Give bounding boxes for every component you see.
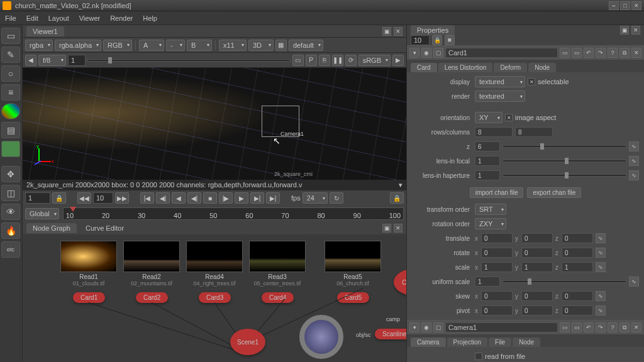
viewer-opt-icon[interactable]: ▦ [275,40,287,51]
anim-icon[interactable]: ∿ [629,277,639,287]
read-node[interactable]: Read3 05_center_trees.tif [249,241,306,287]
maximize-button[interactable]: □ [620,1,630,10]
selectable-checkbox[interactable]: ✕ [528,78,535,85]
lock-icon[interactable]: 🔒 [432,35,442,45]
input-a-dropdown[interactable]: A [139,40,164,51]
rz-input[interactable] [562,248,593,258]
transform-order-dropdown[interactable]: SRT [475,204,506,215]
card-node[interactable]: Card2 [136,292,168,303]
keyer-tool-icon[interactable] [1,141,20,157]
anim-icon[interactable]: ∿ [596,262,606,272]
menu-help[interactable]: Help [143,14,157,22]
timeline-mode-dropdown[interactable]: Global [25,208,59,219]
sy-input[interactable] [521,262,553,272]
float-icon[interactable]: ▢ [433,322,443,332]
export-chan-button[interactable]: export chan file [527,187,581,198]
curve-editor-tab[interactable]: Curve Editor [79,223,130,233]
menu-file[interactable]: File [5,14,16,22]
z-input[interactable] [475,141,500,151]
props-count-input[interactable] [411,35,430,45]
default-dropdown[interactable]: default [289,40,323,51]
menu-layout[interactable]: Layout [48,14,69,22]
display-dropdown[interactable]: textured [475,76,525,87]
undo-icon[interactable]: ↶ [584,322,594,332]
read-node[interactable]: Read5 06_church.tif [325,241,381,287]
card-node[interactable]: Card4 [262,292,294,303]
tab-deform[interactable]: Deform [494,63,527,72]
lenshap-input[interactable] [475,170,500,180]
frame-in-input[interactable] [25,192,50,204]
wipe-dropdown[interactable]: - [166,40,185,51]
card-node[interactable]: Card1 [73,292,105,303]
image-aspect-checkbox[interactable]: ✕ [505,114,513,121]
minimize-button[interactable]: ‒ [609,1,619,10]
stack-tool-icon[interactable]: ≡ [1,84,20,101]
input-b-dropdown[interactable]: B [187,40,212,51]
card-node[interactable]: Card3 [199,292,231,303]
px-input[interactable] [481,305,513,315]
menu-edit[interactable]: Edit [26,14,38,22]
skz-input[interactable] [562,291,593,301]
lensfocal-input[interactable] [475,156,500,166]
cube-tool-icon[interactable]: ◫ [1,185,20,201]
tab-node[interactable]: Node [513,337,540,347]
clip-icon[interactable]: ⎘ [319,55,330,66]
menu-render[interactable]: Render [110,14,133,22]
dup-icon[interactable]: ▭ [572,322,582,332]
flame-tool-icon[interactable]: 🔥 [1,222,20,239]
center-icon[interactable]: ◉ [421,48,431,58]
close-panel-icon[interactable]: ✕ [631,48,641,58]
skx-input[interactable] [481,291,513,301]
circle-tool-icon[interactable]: ○ [1,65,20,82]
rotation-order-dropdown[interactable]: ZXY [475,218,506,229]
node-graph[interactable]: Read1 01_clouds.tif Read2 02_mountains.t… [23,234,406,362]
anim-icon[interactable]: ∿ [596,305,606,315]
anim-icon[interactable]: ∿ [596,291,606,301]
anim-icon[interactable]: ∿ [629,156,639,166]
fstop-dropdown[interactable]: f/8 [38,55,66,66]
layer-dropdown[interactable]: rgba.alpha [55,40,101,51]
stop-icon[interactable]: ■ [203,192,217,204]
camera-node[interactable]: Camera [394,269,406,295]
help-icon[interactable]: ⧉ [619,48,630,58]
redo-icon[interactable]: ↷ [596,48,606,58]
nodegraph-tab[interactable]: Node Graph [26,223,77,233]
ng-close-icon[interactable]: ✕ [394,224,402,233]
prev-key-icon[interactable]: ◀| [156,192,170,204]
cols-input[interactable] [515,127,553,137]
lock-out-icon[interactable]: 🔒 [390,192,404,204]
py-input[interactable] [521,305,553,315]
frame-current-input[interactable] [93,192,113,204]
tab-lens[interactable]: Lens Distortion [438,63,493,72]
sz-input[interactable] [562,262,593,272]
help-icon[interactable]: ⧉ [619,322,630,332]
viewer-tab[interactable]: Viewer1 [26,26,64,36]
props-float-icon[interactable]: ▣ [620,26,629,35]
scene-node[interactable]: Scene1 [230,329,265,355]
tab-camera[interactable]: Camera [411,337,446,347]
tab-file[interactable]: File [489,337,511,347]
tab-projection[interactable]: Projection [447,337,487,347]
collapse-icon[interactable]: ▾ [409,322,419,332]
read-node[interactable]: Read4 04_right_trees.tif [186,241,243,287]
anim-icon[interactable]: ∿ [629,141,639,151]
filter-tool-icon[interactable]: ▤ [1,122,20,138]
rows-input[interactable] [475,127,513,137]
clear-icon[interactable]: ✖ [445,35,455,45]
uscale-slider[interactable] [502,280,626,283]
ry-input[interactable] [521,248,553,258]
z-slider[interactable] [502,145,626,148]
move-tool-icon[interactable]: ✥ [1,166,20,182]
pz-input[interactable] [562,305,593,315]
redo-icon[interactable]: ↷ [596,322,606,332]
lensfocal-slider[interactable] [502,160,626,162]
read-file-checkbox[interactable] [475,353,482,360]
step-back-icon[interactable]: ◀| [187,192,201,204]
loop-icon[interactable]: ↻ [330,192,343,204]
undo-icon[interactable]: ↶ [584,48,594,58]
close-button[interactable]: ✕ [631,1,641,10]
tab-card[interactable]: Card [411,63,437,72]
close-panel-icon[interactable]: ✕ [631,322,641,332]
first-frame-icon[interactable]: |◀ [140,192,154,204]
play-icon[interactable]: ▶ [235,192,248,204]
